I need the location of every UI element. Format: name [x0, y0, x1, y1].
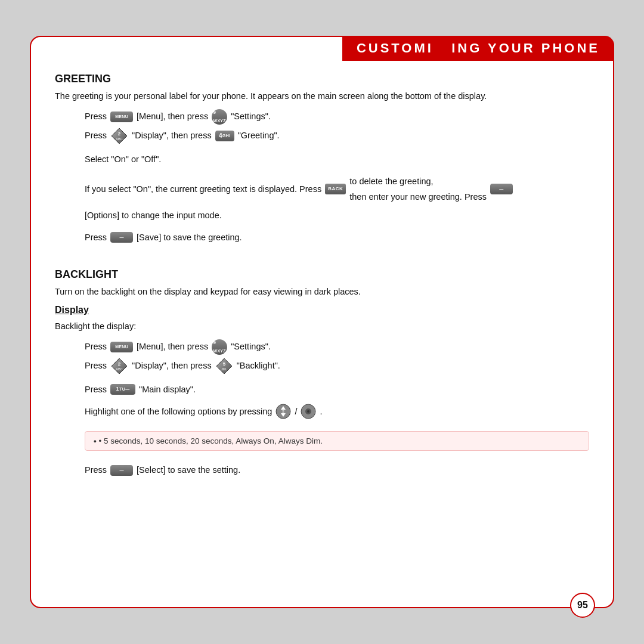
page-header: CUSTOMI ING YOUR PHONE [342, 36, 614, 61]
menu-button[interactable]: MENU [110, 112, 133, 122]
options-box: • 5 seconds, 10 seconds, 20 seconds, Alw… [85, 431, 589, 451]
display-key-2abc[interactable]: 2 ABC [110, 357, 128, 375]
display-intro: Backlight the display: [55, 320, 589, 333]
backlight-intro: Turn on the backlight on the display and… [55, 286, 589, 299]
back-button[interactable]: BACK [325, 184, 346, 194]
circular-nav-icon[interactable] [301, 404, 316, 419]
key-4ghi[interactable]: 4 GHI [215, 131, 234, 141]
greeting-if-on: If you select "On", the current greeting… [55, 174, 589, 222]
backlight-title: BACKLIGHT [55, 268, 589, 281]
svg-point-15 [307, 410, 309, 413]
header-text: CUSTOMI ING YOUR PHONE [357, 41, 600, 55]
main-page: CUSTOMI ING YOUR PHONE GREETING The gree… [30, 36, 614, 608]
save-button[interactable]: — [110, 232, 133, 243]
display-main: Press 1TU— "Main display". [55, 382, 589, 397]
svg-text:2: 2 [118, 131, 121, 137]
page-number: 95 [570, 593, 595, 618]
svg-text:ABC: ABC [116, 137, 122, 141]
greeting-title: GREETING [55, 73, 589, 85]
up-down-nav-icon[interactable]: $ [275, 404, 291, 419]
key-9wxyz[interactable]: 9WXYZ [212, 109, 227, 125]
display-key-9[interactable]: 9WXYZ [212, 339, 227, 355]
display-select-save: Press — [Select] to save the setting. [55, 463, 589, 478]
options-button[interactable]: — [490, 184, 513, 194]
greeting-step1: Press MENU [Menu], then press 9WXYZ "Set… [55, 109, 589, 125]
svg-text:2: 2 [118, 361, 121, 367]
key-1[interactable]: 1TU— [110, 384, 135, 395]
svg-text:JKL: JKL [221, 367, 227, 371]
greeting-step2: Press 2 ABC "Display", then press 4 GHI … [55, 127, 589, 145]
display-title: Display [55, 305, 589, 315]
display-step1: Press MENU [Menu], then press 9WXYZ "Set… [55, 339, 589, 355]
select-button[interactable]: — [110, 465, 133, 476]
greeting-save: Press — [Save] to save the greeting. [55, 230, 589, 245]
display-step2: Press 2 ABC "Display", then press [55, 357, 589, 375]
display-menu-btn[interactable]: MENU [110, 342, 133, 352]
greeting-intro: The greeting is your personal label for … [55, 90, 589, 103]
greeting-select: Select "On" or "Off". [55, 152, 589, 167]
svg-text:5: 5 [222, 361, 225, 367]
svg-text:ABC: ABC [116, 367, 122, 371]
highlight-line: Highlight one of the following options b… [55, 404, 589, 419]
display-key-5jkl[interactable]: 5 JKL [215, 357, 233, 375]
key-2abc[interactable]: 2 ABC [110, 127, 128, 145]
